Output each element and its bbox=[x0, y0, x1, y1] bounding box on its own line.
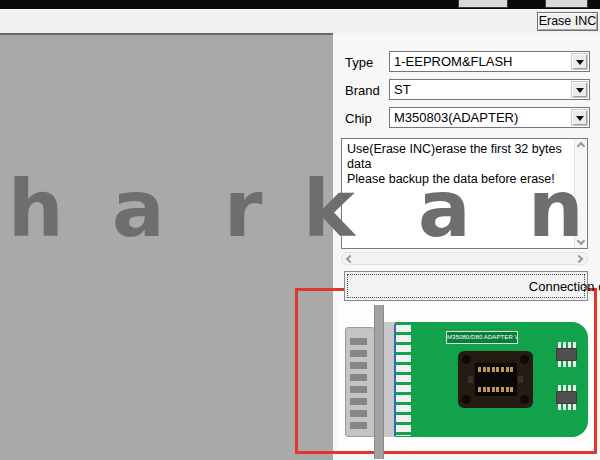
brand-value: ST bbox=[394, 82, 411, 97]
app-window: Erase INC Type 1-EEPROM&FLASH Brand ST C… bbox=[0, 0, 600, 460]
chip-value: M350803(ADAPTER) bbox=[394, 110, 518, 125]
chip-socket bbox=[458, 351, 533, 408]
chevron-down-icon bbox=[576, 60, 584, 65]
type-value: 1-EEPROM&FLASH bbox=[394, 54, 512, 69]
chip-dropdown-button[interactable] bbox=[571, 109, 588, 126]
watermark-letter: n bbox=[528, 170, 584, 248]
chip-combobox[interactable]: M350803(ADAPTER) bbox=[389, 107, 590, 128]
gold-pin-row bbox=[478, 387, 514, 392]
gold-pin-row bbox=[478, 367, 514, 372]
socket-screw-icon bbox=[462, 355, 471, 364]
board-label: M35080/D80 ADAPTER V1.0 bbox=[446, 331, 518, 344]
db-connector-pins bbox=[350, 338, 367, 429]
type-dropdown-button[interactable] bbox=[571, 53, 588, 70]
chevron-down-icon bbox=[576, 116, 584, 121]
smd-chip-legs bbox=[558, 361, 576, 367]
brand-label: Brand bbox=[345, 83, 380, 98]
socket-screw-icon bbox=[520, 395, 529, 404]
erase-inc-button[interactable]: Erase INC bbox=[537, 12, 598, 31]
socket-notch bbox=[468, 376, 473, 383]
type-label: Type bbox=[345, 55, 373, 70]
connector-flange bbox=[374, 305, 384, 459]
chip-label: Chip bbox=[345, 111, 372, 126]
brand-combobox[interactable]: ST bbox=[389, 79, 590, 100]
watermark-letter: a bbox=[112, 170, 165, 248]
watermark-letter: h bbox=[8, 170, 64, 248]
cutoff-button-right[interactable] bbox=[545, 0, 588, 8]
scroll-left-icon[interactable] bbox=[346, 255, 354, 263]
socket-screw-icon bbox=[462, 395, 471, 404]
socket-screw-icon bbox=[520, 355, 529, 364]
scroll-up-icon[interactable] bbox=[577, 142, 585, 150]
watermark-letter: r bbox=[224, 170, 262, 248]
socket-well bbox=[475, 363, 517, 396]
connection-diagram-label: Connection diagram bbox=[466, 279, 600, 294]
cutoff-button-left[interactable] bbox=[458, 0, 508, 8]
background-dialog-strip bbox=[0, 0, 600, 9]
watermark-letter: a bbox=[418, 170, 471, 248]
smd-chip bbox=[556, 391, 577, 404]
socket-notch bbox=[518, 376, 523, 383]
edge-connector-fingers bbox=[396, 325, 411, 436]
chevron-down-icon bbox=[576, 88, 584, 93]
toolbar bbox=[0, 9, 600, 33]
type-combobox[interactable]: 1-EEPROM&FLASH bbox=[389, 51, 590, 72]
smd-chip bbox=[556, 348, 577, 361]
scroll-right-icon[interactable] bbox=[575, 255, 583, 263]
brand-dropdown-button[interactable] bbox=[571, 81, 588, 98]
connection-diagram-button[interactable]: Connection diagram bbox=[344, 271, 588, 301]
smd-chip-legs bbox=[558, 404, 576, 410]
watermark-letter: k bbox=[303, 170, 355, 248]
